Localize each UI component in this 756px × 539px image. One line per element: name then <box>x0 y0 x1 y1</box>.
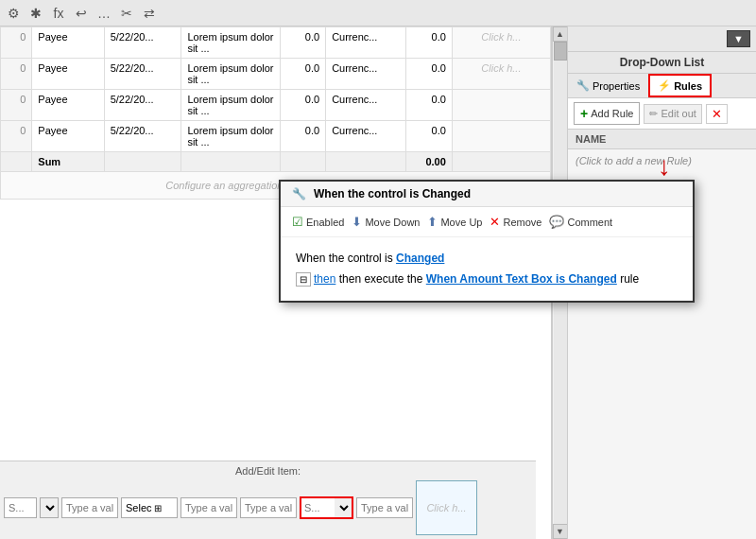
sum-value: 0.00 <box>406 152 453 172</box>
bottom-controls: Add/Edit Item: ▼ Selec ⊞ ▼ <box>0 461 536 539</box>
remove-item[interactable]: ✕ Remove <box>490 215 541 229</box>
row-click[interactable] <box>452 90 550 121</box>
scroll-thumb[interactable] <box>554 42 567 61</box>
rule-popup: 🔧 When the control is Changed ☑ Enabled … <box>279 180 695 303</box>
sum-num2 <box>280 152 326 172</box>
toolbar-icon-6[interactable]: ✂ <box>117 4 136 23</box>
toolbar-icon-4[interactable]: ↩ <box>72 4 91 23</box>
tab-rules-label: Rules <box>674 80 702 92</box>
toolbar-icon-2[interactable]: ✱ <box>26 4 45 23</box>
move-up-item[interactable]: ⬆ Move Up <box>427 215 482 229</box>
add-rule-button[interactable]: + Add Rule <box>574 102 640 125</box>
row-desc: Lorem ipsum dolor sit ... <box>181 27 280 59</box>
row-num: 0 <box>1 59 32 90</box>
s-dropdown[interactable]: ▼ <box>40 497 59 518</box>
row-num3: 0.0 <box>406 27 453 59</box>
add-rule-label: Add Rule <box>591 108 633 119</box>
rule-line2-suffix: rule <box>617 272 639 286</box>
move-down-label: Move Down <box>365 217 420 228</box>
toolbar-icon-1[interactable]: ⚙ <box>4 4 23 23</box>
remove-icon: ✕ <box>490 215 500 229</box>
sum-curr <box>326 152 406 172</box>
type-value-1[interactable] <box>61 497 118 518</box>
comment-icon: 💬 <box>549 215 564 229</box>
table-row: 0 Payee 5/22/20... Lorem ipsum dolor sit… <box>1 59 551 90</box>
arrow-indicator: ↓ <box>658 151 671 182</box>
toolbar-icon-7[interactable]: ⇄ <box>140 4 159 23</box>
row-date: 5/22/20... <box>104 121 181 152</box>
row-date: 5/22/20... <box>104 27 181 59</box>
rule-header-icon: 🔧 <box>292 187 306 200</box>
row-num: 0 <box>1 90 32 121</box>
dropdown-arrow-icon: ▼ <box>733 33 744 44</box>
sum-row: Sum 0.00 <box>1 152 551 172</box>
rule-line-1: When the control is Changed <box>296 249 678 270</box>
row-click[interactable]: Click h... <box>452 59 550 90</box>
select-btn[interactable]: Selec ⊞ <box>121 497 178 518</box>
comment-label: Comment <box>567 217 612 228</box>
rule-line2-then-link[interactable]: then <box>314 272 335 286</box>
move-down-icon: ⬇ <box>352 215 362 229</box>
row-num2: 0.0 <box>280 121 326 152</box>
row-curr: Currenc... <box>326 90 406 121</box>
comment-item[interactable]: 💬 Comment <box>549 215 612 229</box>
sum-desc <box>181 152 280 172</box>
row-payee: Payee <box>32 59 104 90</box>
add-edit-row: ▼ Selec ⊞ ▼ Click h... <box>4 480 532 535</box>
delete-icon: ✕ <box>712 107 722 121</box>
row-num2: 0.0 <box>280 27 326 59</box>
rule-line-2: ⊟then then execute the When Amount Text … <box>296 270 678 290</box>
enabled-item[interactable]: ☑ Enabled <box>292 215 344 229</box>
panel-tabs: 🔧 Properties ⚡ Rules <box>568 74 756 98</box>
dropdown-s-select[interactable]: ▼ <box>335 498 352 517</box>
row-curr: Currenc... <box>326 121 406 152</box>
row-click[interactable]: Click h... <box>452 27 550 59</box>
rule-line2-icon: ⊟ <box>296 272 311 287</box>
scroll-down-arrow[interactable]: ▼ <box>553 524 568 539</box>
tab-rules[interactable]: ⚡ Rules <box>648 74 712 97</box>
click-placeholder: Click h... <box>426 502 466 513</box>
sum-click <box>452 152 550 172</box>
rule-header-title: When the control is Changed <box>314 187 471 200</box>
table-row: 0 Payee 5/22/20... Lorem ipsum dolor sit… <box>1 27 551 59</box>
type-value-3[interactable] <box>240 497 297 518</box>
tab-properties-label: Properties <box>593 80 640 92</box>
pencil-icon: ✏ <box>649 108 658 119</box>
row-num2: 0.0 <box>280 59 326 90</box>
enabled-label: Enabled <box>306 217 344 228</box>
rule-line2-link[interactable]: When Amount Text Box is Changed <box>426 272 617 286</box>
sum-label: Sum <box>32 152 104 172</box>
row-curr: Currenc... <box>326 27 406 59</box>
delete-button[interactable]: ✕ <box>706 104 728 124</box>
tab-properties[interactable]: 🔧 Properties <box>568 74 648 97</box>
row-curr: Currenc... <box>326 59 406 90</box>
grid-icon: ⊞ <box>154 503 162 513</box>
move-up-label: Move Up <box>440 217 482 228</box>
row-desc: Lorem ipsum dolor sit ... <box>181 59 280 90</box>
row-desc: Lorem ipsum dolor sit ... <box>181 90 280 121</box>
row-payee: Payee <box>32 27 104 59</box>
type-value-4[interactable] <box>356 497 413 518</box>
toolbar-icon-5[interactable]: … <box>94 4 113 23</box>
panel-title: Drop-Down List <box>568 52 756 74</box>
select-text: Selec <box>126 502 152 513</box>
table-row: 0 Payee 5/22/20... Lorem ipsum dolor sit… <box>1 90 551 121</box>
click-box[interactable]: Click h... <box>416 480 477 535</box>
s-input[interactable] <box>4 497 37 518</box>
dropdown-s-input[interactable] <box>301 498 335 517</box>
rule-line1-link[interactable]: Changed <box>396 252 444 265</box>
rule-line1-prefix: When the control is <box>296 252 396 265</box>
move-down-item[interactable]: ⬇ Move Down <box>352 215 420 229</box>
row-num3: 0.0 <box>406 90 453 121</box>
row-date: 5/22/20... <box>104 90 181 121</box>
type-value-2[interactable] <box>180 497 237 518</box>
edit-button[interactable]: ✏ Edit out <box>644 104 701 124</box>
properties-icon: 🔧 <box>576 79 590 92</box>
panel-dropdown-btn[interactable]: ▼ <box>727 30 750 47</box>
scroll-up-arrow[interactable]: ▲ <box>553 26 568 42</box>
row-click[interactable] <box>452 121 550 152</box>
panel-name-header: NAME <box>568 130 756 149</box>
row-num3: 0.0 <box>406 59 453 90</box>
rule-content: When the control is Changed ⊟then then e… <box>281 237 693 301</box>
toolbar-icon-3[interactable]: fx <box>49 4 68 23</box>
